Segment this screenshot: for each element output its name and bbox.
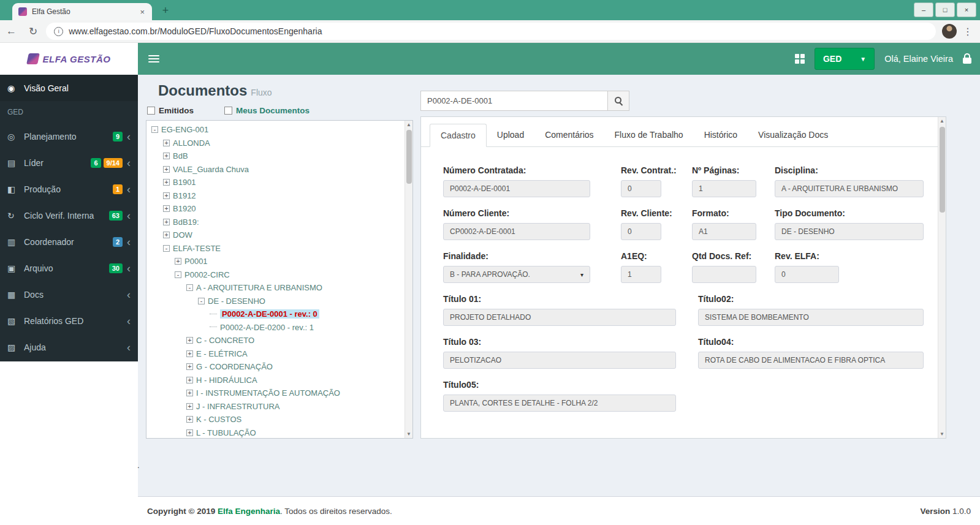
tab-fluxo-de-trabalho[interactable]: Fluxo de Trabalho [604, 124, 694, 146]
field-formato[interactable]: A1 [692, 223, 756, 240]
expand-icon[interactable]: + [186, 350, 193, 357]
tree-node-label[interactable]: K - CUSTOS [196, 415, 241, 424]
profile-avatar[interactable] [942, 24, 957, 39]
tree-node-label[interactable]: B1920 [173, 204, 196, 213]
expand-icon[interactable]: + [186, 429, 193, 436]
browser-menu-icon[interactable]: ⋮ [963, 26, 973, 37]
tree-node-label[interactable]: BdB19: [173, 217, 199, 227]
tab-upload[interactable]: Upload [487, 124, 534, 146]
expand-icon[interactable]: + [186, 377, 193, 383]
user-greeting[interactable]: Olá, Elaine Vieira [884, 54, 953, 64]
app-logo[interactable]: ELFA GESTÃO [0, 43, 138, 75]
new-tab-button[interactable]: + [158, 4, 173, 18]
collapse-icon[interactable]: - [151, 126, 158, 133]
panel-scrollbar[interactable]: ▲ ▼ [938, 117, 946, 438]
sidebar-item-ciclo-verif-interna[interactable]: ↻Ciclo Verif. Interna63‹ [0, 202, 138, 229]
expand-icon[interactable]: + [163, 153, 170, 159]
expand-icon[interactable]: + [163, 232, 170, 238]
company-link[interactable]: Elfa Engenharia [218, 507, 280, 516]
sidebar-item-relatorios-ged[interactable]: ▧Relatórios GED‹ [0, 308, 138, 334]
tree-node-label[interactable]: P0002-A-DE-0200 - rev.: 1 [220, 323, 314, 332]
tree-node-label[interactable]: E - ELÉTRICA [196, 349, 248, 358]
field-rev-cliente[interactable]: 0 [621, 223, 661, 240]
close-button[interactable]: × [957, 2, 976, 17]
tree-node-label[interactable]: G - COORDENAÇÃO [196, 362, 273, 371]
tab-cadastro[interactable]: Cadastro [430, 124, 487, 147]
tab-historico[interactable]: Histórico [694, 124, 748, 146]
tree-node-label[interactable]: EG-ENG-001 [161, 125, 208, 134]
tab-visualizacao-docs[interactable]: Visualização Docs [748, 124, 838, 146]
scroll-up-icon[interactable]: ▲ [938, 117, 946, 125]
expand-icon[interactable]: + [163, 166, 170, 173]
scroll-down-icon[interactable]: ▼ [938, 430, 946, 438]
field-rev-contrat[interactable]: 0 [621, 180, 661, 197]
collapse-icon[interactable]: - [186, 284, 193, 291]
expand-icon[interactable]: + [186, 337, 193, 344]
tree-node-label[interactable]: DE - DESENHO [208, 296, 265, 306]
expand-icon[interactable]: + [186, 416, 193, 423]
scroll-up-icon[interactable]: ▲ [405, 121, 412, 129]
expand-icon[interactable]: + [175, 258, 181, 265]
tree-node-label[interactable]: P0002-CIRC [184, 270, 230, 279]
scroll-down-icon[interactable]: ▼ [405, 430, 412, 438]
lock-icon[interactable] [963, 58, 971, 64]
reload-icon[interactable]: ↻ [29, 25, 37, 38]
browser-tab[interactable]: Elfa Gestão × [12, 3, 152, 20]
expand-icon[interactable]: + [163, 192, 170, 199]
meus-documentos-checkbox[interactable] [224, 107, 232, 115]
minimize-button[interactable]: – [914, 2, 933, 17]
sidebar-item-visao-geral[interactable]: ◉Visão Geral [0, 75, 138, 101]
tree-node-label[interactable]: L - TUBULAÇÃO [196, 428, 256, 437]
expand-icon[interactable]: + [163, 219, 170, 225]
tree-node-label[interactable]: A - ARQUITETURA E URBANISMO [196, 283, 322, 292]
field-tipo-documento[interactable]: DE - DESENHO [775, 223, 924, 240]
url-bar[interactable]: i www.elfagestao.com.br/ModuloGED/FluxoD… [46, 23, 936, 40]
sidebar-item-producao[interactable]: ◧Produção1‹ [0, 176, 138, 202]
tree-node-label[interactable]: C - CONCRETO [196, 336, 254, 345]
field-disciplina[interactable]: A - ARQUITETURA E URBANISMO [775, 180, 924, 197]
collapse-icon[interactable]: - [198, 298, 205, 304]
tree-node-label[interactable]: H - HIDRÁULICA [196, 376, 257, 385]
field-titulo02[interactable]: SISTEMA DE BOMBEAMENTO [698, 309, 924, 326]
tree-node-label[interactable]: VALE_Guarda Chuva [173, 165, 249, 174]
emitidos-checkbox[interactable] [147, 107, 155, 115]
collapse-icon[interactable]: - [175, 271, 181, 278]
search-input[interactable] [420, 91, 608, 111]
tree-node-label[interactable]: ALLONDA [173, 138, 210, 148]
tree-node-label[interactable]: BdB [173, 151, 188, 161]
scrollbar-thumb[interactable] [940, 127, 945, 213]
back-icon[interactable]: ← [6, 25, 17, 37]
field-titulo05[interactable]: PLANTA, CORTES E DETALHE - FOLHA 2/2 [443, 395, 676, 412]
search-button[interactable] [607, 91, 629, 111]
tree-node-label[interactable]: P0002-A-DE-0001 - rev.: 0 [220, 309, 319, 319]
field-numero-contratada[interactable]: P0002-A-DE-0001 [443, 180, 590, 197]
field-a1eq[interactable]: 1 [621, 266, 661, 283]
sidebar-toggle-icon[interactable] [147, 52, 163, 68]
field-titulo-03[interactable]: PELOTIZACAO [443, 352, 676, 369]
tree-node-label[interactable]: B1901 [173, 178, 196, 187]
field-rev-elfa[interactable]: 0 [775, 266, 839, 283]
restore-button[interactable]: □ [935, 2, 955, 17]
expand-icon[interactable]: + [163, 140, 170, 146]
sidebar-item-coordenador[interactable]: ▥Coordenador2‹ [0, 229, 138, 255]
sidebar-item-arquivo[interactable]: ▣Arquivo30‹ [0, 255, 138, 281]
tab-comentarios[interactable]: Comentários [534, 124, 604, 146]
field-finalidade[interactable]: B - PARA APROVAÇÃO.▾ [443, 266, 590, 283]
expand-icon[interactable]: + [186, 390, 193, 396]
sidebar-item-lider[interactable]: ▤Líder69/14‹ [0, 149, 138, 176]
tree-node-label[interactable]: I - INSTRUMENTAÇÃO E AUTOMAÇÃO [196, 388, 340, 398]
module-dropdown[interactable]: GED ▼ [815, 48, 875, 70]
tree-node-label[interactable]: J - INFRAESTRUTURA [196, 402, 280, 411]
tree-node-label[interactable]: ELFA-TESTE [173, 244, 221, 253]
sidebar-item-planejamento[interactable]: ◎Planejamento9‹ [0, 123, 138, 149]
sidebar-item-docs[interactable]: ▦Docs‹ [0, 281, 138, 308]
expand-icon[interactable]: + [186, 403, 193, 410]
sidebar-item-ajuda[interactable]: ▨Ajuda‹ [0, 334, 138, 360]
expand-icon[interactable]: + [163, 205, 170, 212]
field-qtd-docs-ref[interactable] [692, 266, 756, 283]
tree-scrollbar[interactable]: ▲ ▼ [405, 121, 412, 438]
tree-node-label[interactable]: DOW [173, 230, 192, 240]
tree-node-label[interactable]: B1912 [173, 191, 196, 200]
field-titulo-01[interactable]: PROJETO DETALHADO [443, 309, 676, 326]
scrollbar-thumb[interactable] [406, 130, 412, 184]
